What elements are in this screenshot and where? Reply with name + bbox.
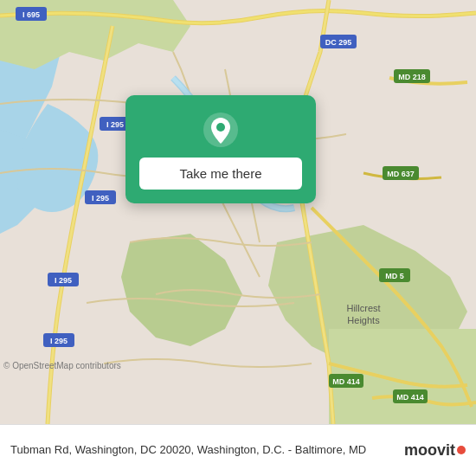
take-me-there-button[interactable]: Take me there <box>139 158 302 190</box>
svg-text:I 695: I 695 <box>23 10 40 19</box>
popup-card: Take me there <box>125 95 316 203</box>
moovit-logo: moovit <box>404 441 466 460</box>
svg-text:I 295: I 295 <box>50 337 68 345</box>
svg-text:Hillcrest: Hillcrest <box>346 303 380 313</box>
bottom-bar: Tubman Rd, Washington, DC 20020, Washing… <box>0 424 476 476</box>
location-pin-icon <box>202 111 240 149</box>
address-text: Tubman Rd, Washington, DC 20020, Washing… <box>10 443 397 458</box>
svg-point-28 <box>216 123 225 132</box>
moovit-dot-icon <box>457 446 466 454</box>
svg-text:I 295: I 295 <box>55 276 72 285</box>
svg-text:MD 414: MD 414 <box>332 377 360 386</box>
map-container: I 695 I 295 I 295 I 295 I 295 DC 295 MD … <box>0 0 476 424</box>
copyright-text: © OpenStreetMap contributors <box>3 361 121 370</box>
svg-text:MD 218: MD 218 <box>398 73 426 81</box>
svg-text:Heights: Heights <box>347 315 380 325</box>
svg-text:MD 5: MD 5 <box>385 272 404 280</box>
svg-text:MD 637: MD 637 <box>387 170 415 178</box>
svg-text:I 295: I 295 <box>106 120 124 129</box>
svg-text:MD 414: MD 414 <box>396 393 424 402</box>
moovit-text: moovit <box>404 441 455 460</box>
svg-text:DC 295: DC 295 <box>325 38 352 47</box>
svg-text:I 295: I 295 <box>92 194 109 203</box>
